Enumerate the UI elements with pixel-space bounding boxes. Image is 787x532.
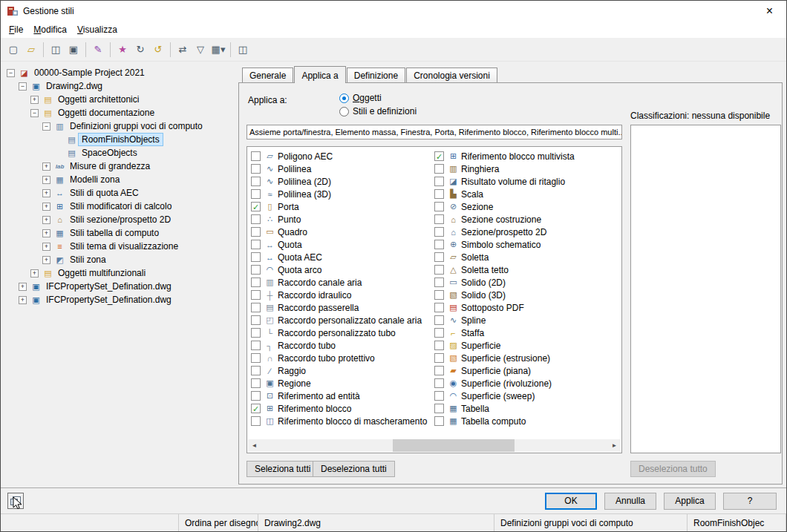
tree-expand-icon[interactable]: + [42, 203, 50, 211]
object-list-item[interactable]: ▧Superficie (estrusione) [434, 352, 575, 364]
toolbar-button-open-drawing-icon[interactable]: ▱ [22, 41, 40, 59]
tree-collapse-icon[interactable]: − [7, 69, 15, 77]
object-list-item[interactable]: ▤Sottoposto PDF [434, 301, 575, 314]
tree-item[interactable]: +▤Oggetti multifunzionali [4, 266, 237, 280]
object-list-item[interactable]: ▦Tabella computo [434, 415, 575, 427]
object-list-item[interactable]: ▦Tabella [434, 402, 575, 415]
object-checkbox[interactable]: ✓ [251, 202, 261, 211]
object-list-item[interactable]: ⌂Sezione/prospetto 2D [434, 226, 575, 238]
object-checkbox[interactable] [434, 214, 444, 224]
object-checkbox[interactable] [251, 378, 261, 388]
tree-item[interactable]: +◩Stili zona [4, 253, 237, 266]
object-list-item[interactable]: ▨Superficie [434, 339, 575, 352]
object-list-item[interactable]: ◠Quota arco [251, 263, 427, 276]
tree-expand-icon[interactable]: + [42, 256, 50, 264]
tree-item[interactable]: +▦Modelli zona [4, 173, 237, 186]
object-checkbox[interactable] [251, 353, 261, 363]
object-list-item[interactable]: ∿Polilinea [251, 162, 427, 175]
object-list-item[interactable]: ✓▯Porta [251, 200, 427, 213]
object-list-item[interactable]: ▱Soletta [434, 251, 575, 263]
object-checkbox[interactable] [434, 366, 444, 375]
object-list-item[interactable]: ◉Superficie (rivoluzione) [434, 377, 575, 390]
object-checkbox[interactable] [434, 202, 444, 211]
object-list-item[interactable]: ▥Raccordo canale aria [251, 276, 427, 289]
toolbar-button-inline-edit-toggle-icon[interactable]: ◫ [234, 41, 252, 59]
tree-expand-icon[interactable]: + [42, 243, 50, 251]
object-list-item[interactable]: ▥Ringhiera [434, 162, 575, 175]
toolbar-button-edit-linework-icon[interactable]: ✎ [89, 41, 107, 59]
object-list-item[interactable]: △Soletta tetto [434, 263, 575, 276]
tree-item[interactable]: −◪00000-Sample Project 2021 [4, 66, 237, 79]
tree-item[interactable]: +⊞Stili modificatori di calcolo [4, 200, 237, 213]
object-list-item[interactable]: ▧Solido (3D) [434, 289, 575, 301]
menu-item-visualizza[interactable]: Visualizza [72, 22, 123, 37]
object-list-item[interactable]: ⊕Simbolo schematico [434, 238, 575, 251]
object-checkbox[interactable] [251, 189, 261, 199]
object-list-item[interactable]: ≈Polilinea (3D) [251, 188, 427, 200]
object-list-item[interactable]: ⊡Riferimento ad entità [251, 390, 427, 402]
object-checkbox[interactable] [251, 177, 261, 186]
object-checkbox[interactable] [251, 416, 261, 426]
tree-item[interactable]: +▤Oggetti architettonici [4, 93, 237, 106]
object-list-item[interactable]: ↔Quota [251, 238, 427, 251]
tree-item[interactable]: +⌂Stili sezione/prospetto 2D [4, 213, 237, 226]
ok-button[interactable]: OK [545, 493, 597, 510]
tree-expand-icon[interactable]: + [30, 96, 39, 104]
object-checkbox[interactable] [434, 416, 444, 426]
object-checkbox[interactable] [251, 151, 261, 161]
object-checkbox[interactable] [251, 303, 261, 312]
object-checkbox[interactable] [434, 227, 444, 237]
toolbar-button-copy-between-drawings-icon[interactable]: ⇄ [174, 41, 192, 59]
tree-expand-icon[interactable]: + [19, 283, 27, 291]
toolbar-button-update-standards-icon[interactable]: ↺ [149, 41, 167, 59]
object-checkbox[interactable] [251, 315, 261, 325]
object-checkbox[interactable] [251, 164, 261, 174]
object-list-item[interactable]: ▣Regione [251, 377, 427, 390]
object-list-item[interactable]: ✓⊞Riferimento blocco multivista [434, 150, 575, 162]
object-checkbox[interactable] [251, 366, 261, 375]
object-checkbox[interactable]: ✓ [251, 404, 261, 413]
tree-collapse-icon[interactable]: − [19, 82, 27, 91]
tree-item[interactable]: +labMisure di grandezza [4, 160, 237, 173]
object-checkbox[interactable] [434, 164, 444, 174]
tree-item[interactable]: ▤SpaceObjects [4, 146, 237, 160]
tree-item[interactable]: −▣Drawing2.dwg [4, 79, 237, 93]
object-checkbox[interactable] [251, 265, 261, 275]
object-list-item[interactable]: ◫Riferimento blocco di mascheramento [251, 415, 427, 427]
object-checkbox[interactable] [251, 252, 261, 262]
tree-expand-icon[interactable]: + [42, 176, 50, 184]
tree-expand-icon[interactable]: + [42, 162, 50, 171]
object-list-item[interactable]: ▭Solido (2D) [434, 276, 575, 289]
object-checkbox[interactable] [434, 303, 444, 312]
deselect-all-button[interactable]: Deseleziona tutti [313, 461, 395, 477]
object-list-item[interactable]: ∿Polilinea (2D) [251, 175, 427, 188]
scrollbar-thumb[interactable] [393, 439, 515, 452]
tree-collapse-icon[interactable]: − [30, 109, 39, 117]
object-list-item[interactable]: ↔Quota AEC [251, 251, 427, 263]
scrollbar-track[interactable] [261, 439, 608, 452]
toolbar-button-synchronize-icon[interactable]: ↻ [131, 41, 149, 59]
horizontal-scrollbar[interactable]: ◄ ► [248, 439, 621, 452]
tree-item[interactable]: −▥Definizioni gruppi voci di computo [4, 119, 237, 133]
object-list-item[interactable]: ◰Raccordo personalizzato canale aria [251, 314, 427, 326]
toolbar-button-view-menu-icon[interactable]: ▦▾ [209, 41, 227, 59]
toolbar-button-new-drawing-icon[interactable]: ▢ [4, 41, 22, 59]
tree-item[interactable]: +≡Stili tema di visualizzazione [4, 240, 237, 253]
object-list-item[interactable]: ⌐Staffa [434, 326, 575, 339]
object-checkbox[interactable] [434, 404, 444, 413]
tree-expand-icon[interactable]: + [42, 229, 50, 237]
object-checkbox[interactable] [251, 240, 261, 249]
tree-item[interactable]: ▤RoomFinishObjects [4, 133, 237, 146]
apply-button[interactable]: Applica [664, 493, 716, 510]
tree-expand-icon[interactable]: + [42, 189, 50, 197]
object-checkbox[interactable] [434, 177, 444, 186]
object-checkbox[interactable] [251, 391, 261, 401]
object-list-item[interactable]: ∿Spline [434, 314, 575, 326]
tree-item[interactable]: +▦Stili tabella di computo [4, 226, 237, 240]
object-checkbox[interactable]: ✓ [434, 151, 444, 161]
object-list-item[interactable]: ▱Poligono AEC [251, 150, 427, 162]
tree-item[interactable]: +↔Stili di quota AEC [4, 186, 237, 200]
tree-item[interactable]: +▣IFCPropertySet_Defination.dwg [4, 293, 237, 306]
close-button[interactable]: × [753, 1, 786, 22]
object-checkbox[interactable] [434, 252, 444, 262]
